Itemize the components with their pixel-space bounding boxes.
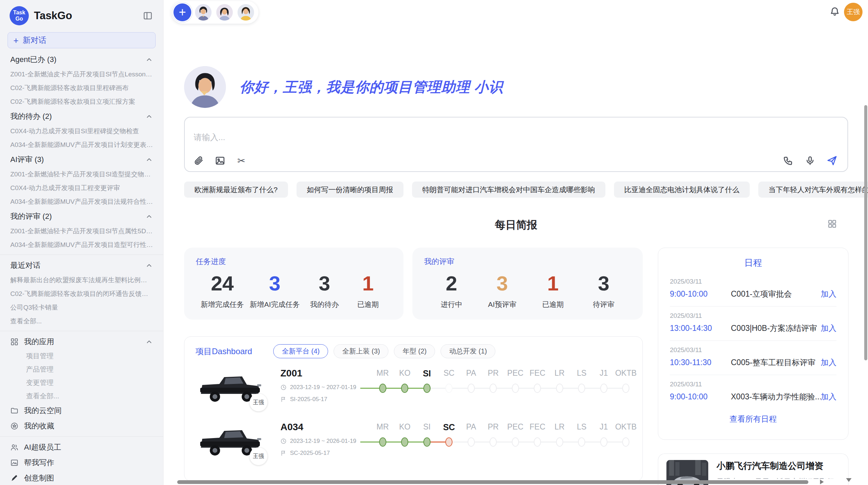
project-flag: SC-2025-05-17	[280, 450, 364, 457]
dashboard-tab[interactable]: 全新平台 (4)	[273, 344, 328, 358]
chevron-up-icon[interactable]	[145, 113, 153, 120]
suggestion-chip[interactable]: 当下年轻人对汽车外观有怎样的喜好趋势	[758, 182, 868, 198]
phone-call-icon[interactable]	[782, 155, 794, 166]
new-session-button[interactable]: +	[173, 3, 191, 21]
milestone-label: FEC	[527, 422, 549, 432]
milestone-label: SI	[416, 422, 438, 432]
section-agent-done[interactable]: Agent已办 (3)	[0, 52, 163, 67]
sidebar-item-help-write[interactable]: 帮我写作	[0, 455, 163, 470]
sidebar-task-item[interactable]: Z001-全新燃油轻卡产品开发项目SI造型提交物评审	[0, 167, 163, 181]
sidebar-item-my-apps[interactable]: 我的应用	[0, 334, 163, 349]
sidebar-item-cloud-space[interactable]: 我的云空间	[0, 403, 163, 418]
chevron-up-icon[interactable]	[145, 213, 153, 220]
section-ai-review[interactable]: AI评审 (3)	[0, 152, 163, 167]
sidebar-task-item[interactable]: C0X4-动力总成开发项目SI里程碑提交物检查	[0, 124, 163, 138]
chevron-up-icon[interactable]	[145, 262, 153, 269]
task-progress-card: 任务进度 24 新增完成任务 3 新增AI完成任务 3 我的待办 1	[184, 248, 403, 320]
truck-image: 王强	[195, 422, 265, 460]
briefing-layout-icon[interactable]	[828, 219, 837, 230]
app-item[interactable]: 产品管理	[0, 363, 163, 376]
new-chat-button[interactable]: + 新对话	[8, 32, 156, 48]
sidebar-task-item[interactable]: C02-飞腾新能源轻客改款项目里程碑画布	[0, 81, 163, 95]
sidebar-task-item[interactable]: A034-全新新能源MUV产品开发项目计划变更表编写	[0, 138, 163, 152]
sidebar-collapse-icon[interactable]	[142, 10, 154, 22]
sidebar-item-favorites[interactable]: 我的收藏	[0, 418, 163, 434]
view-all-schedule-link[interactable]: 查看所有日程	[670, 414, 836, 424]
horizontal-scrollbar[interactable]	[177, 480, 808, 484]
milestone-dot	[490, 437, 497, 447]
microphone-icon[interactable]	[804, 155, 816, 166]
send-icon[interactable]	[826, 155, 838, 166]
session-avatar-1[interactable]	[194, 3, 213, 22]
sidebar-task-item[interactable]: Z001-全新燃油轻卡产品开发项目SI节点属性5D文件评审	[0, 224, 163, 238]
chat-input[interactable]	[194, 133, 674, 142]
milestone-dot	[600, 384, 607, 393]
milestone-dot	[445, 384, 453, 393]
dashboard-tab[interactable]: 年型 (2)	[394, 344, 435, 358]
vertical-scrollbar[interactable]	[864, 105, 867, 360]
app-item[interactable]: 项目管理	[0, 349, 163, 363]
user-name: 王强	[847, 8, 860, 16]
sidebar-task-item[interactable]: A034-全新新能源MUV产品开发项目法规符合性评审	[0, 195, 163, 209]
sidebar-task-item[interactable]: Z001-全新燃油皮卡产品开发项目SI节点Lesson Learn报告	[0, 67, 163, 81]
milestone-label: J1	[593, 422, 615, 432]
sidebar-task-item[interactable]: C0X4-动力总成开发项目工程变更评审	[0, 181, 163, 195]
dashboard-tab[interactable]: 动总开发 (1)	[441, 344, 495, 358]
section-my-review[interactable]: 我的评审 (2)	[0, 209, 163, 224]
sidebar-task-item[interactable]: C02-飞腾新能源轻客改款项目立项汇报方案	[0, 95, 163, 109]
recent-chat-item[interactable]: 解释最新出台的欧盟报废车法规再生塑料比例被调至15%...	[0, 273, 163, 287]
app-item[interactable]: 查看全部...	[0, 389, 163, 403]
event-join-link[interactable]: 加入	[821, 289, 836, 299]
image-upload-icon[interactable]	[214, 155, 226, 166]
schedule-event: 2025/03/11 9:00-10:00 C001-立项审批会 加入	[670, 272, 836, 307]
recent-chat-item[interactable]: C02-飞腾新能源轻客改款项目的闭环通告反馈情况	[0, 287, 163, 301]
session-avatar-2[interactable]	[215, 3, 234, 22]
section-my-todo[interactable]: 我的待办 (2)	[0, 109, 163, 124]
milestone-labels: MRKOSISCPAPRPECFECLRLSJ1OKTB	[372, 422, 637, 432]
event-join-link[interactable]: 加入	[821, 323, 836, 334]
app-item[interactable]: 变更管理	[0, 376, 163, 389]
scroll-right-arrow[interactable]	[820, 480, 824, 484]
stat: 1 已逾期	[349, 272, 387, 309]
event-join-link[interactable]: 加入	[821, 357, 836, 368]
suggestion-chip[interactable]: 比亚迪全固态电池计划具体说了什么	[614, 182, 750, 198]
my-reviews-stats: 2 进行中 3 AI预评审 1 已逾期 3 待评审	[424, 272, 631, 309]
event-date: 2025/03/11	[670, 381, 836, 388]
section-recent-chats[interactable]: 最近对话	[0, 258, 163, 273]
project-code: Z001	[280, 368, 364, 379]
attach-icon[interactable]	[193, 155, 205, 166]
my-apps-list: 项目管理产品管理变更管理查看全部...	[0, 349, 163, 403]
recent-chat-item[interactable]: 查看全部...	[0, 314, 163, 328]
sidebar-task-item[interactable]: A034-全新新能源MUV产品开发项目造型可行性评审	[0, 238, 163, 252]
suggestion-chip[interactable]: 欧洲新规最近颁布了什么?	[184, 182, 288, 198]
chevron-up-icon[interactable]	[145, 156, 153, 163]
dashboard-tab[interactable]: 全新上装 (3)	[334, 344, 388, 358]
card-title: 我的评审	[424, 257, 631, 267]
event-date: 2025/03/11	[670, 278, 836, 285]
user-avatar[interactable]: 王强	[844, 3, 863, 21]
suggestion-chip[interactable]: 如何写一份清晰的项目周报	[297, 182, 403, 198]
suggestion-chip[interactable]: 特朗普可能对进口汽车增税会对中国车企造成哪些影响	[412, 182, 605, 198]
session-avatar-3[interactable]	[237, 3, 255, 22]
chevron-up-icon[interactable]	[145, 56, 153, 63]
section-title: 我的待办 (2)	[10, 111, 52, 122]
stat: 3 新增AI完成任务	[250, 272, 300, 309]
section-title: 我的评审 (2)	[10, 211, 52, 222]
sidebar-item-ai-employee[interactable]: AI超级员工	[0, 439, 163, 455]
sidebar-item-creative-draw[interactable]: 创意制图	[0, 470, 163, 485]
scroll-down-arrow[interactable]	[846, 478, 852, 482]
recent-chat-item[interactable]: 公司Q3轻卡销量	[0, 301, 163, 314]
stat-value: 2	[433, 272, 470, 295]
stat-label: 进行中	[433, 300, 470, 309]
scissors-icon[interactable]: ✂	[236, 155, 247, 166]
chevron-up-icon[interactable]	[145, 338, 153, 346]
stat-label: 已逾期	[349, 300, 387, 309]
project-row-a034[interactable]: 王强 A034 2023-12-19 ~ 2026-01-19 SC-2025-…	[195, 422, 631, 460]
owner-name: 王强	[253, 399, 264, 406]
event-join-link[interactable]: 加入	[821, 391, 836, 402]
project-row-z001[interactable]: 王强 Z001 2023-12-19 ~ 2027-01-19 SI-2025-…	[195, 368, 631, 407]
notification-bell-icon[interactable]	[830, 7, 840, 18]
suggestion-chips: 欧洲新规最近颁布了什么?如何写一份清晰的项目周报特朗普可能对进口汽车增税会对中国…	[184, 182, 856, 198]
recent-chats-list: 解释最新出台的欧盟报废车法规再生塑料比例被调至15%...C02-飞腾新能源轻客…	[0, 273, 163, 328]
milestone-timeline: MRKOSISCPAPRPECFECLRLSJ1OKTB	[372, 422, 637, 447]
